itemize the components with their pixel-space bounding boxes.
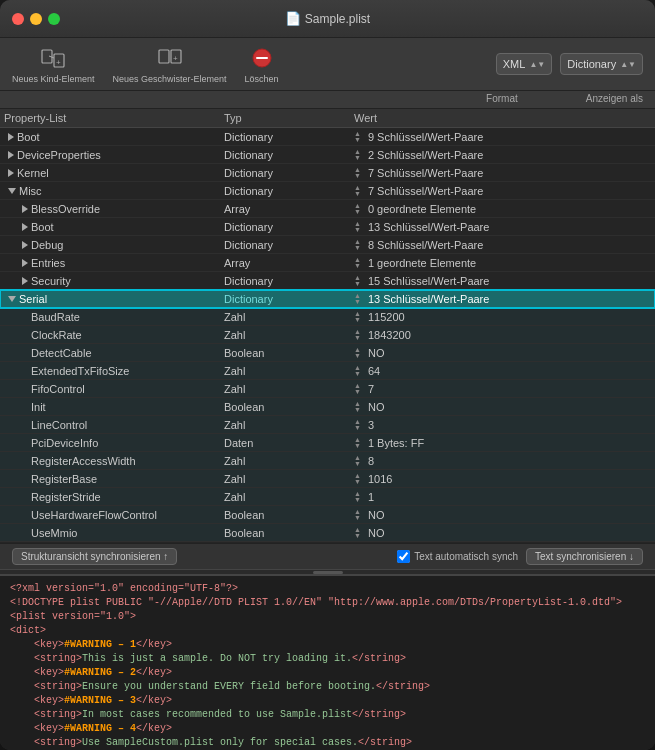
cell-value: ▲▼NO bbox=[350, 526, 655, 540]
expand-triangle[interactable] bbox=[22, 259, 28, 267]
property-name: FifoControl bbox=[31, 383, 85, 395]
value-stepper[interactable]: ▲▼ bbox=[354, 347, 361, 359]
value-stepper[interactable]: ▲▼ bbox=[354, 167, 361, 179]
table-row[interactable]: DetectCableBoolean▲▼NO bbox=[0, 344, 655, 362]
table-row[interactable]: UseMmioBoolean▲▼NO bbox=[0, 524, 655, 542]
table-row[interactable]: SerialDictionary▲▼13 Schlüssel/Wert-Paar… bbox=[0, 290, 655, 308]
value-stepper[interactable]: ▲▼ bbox=[354, 329, 361, 341]
table-row[interactable]: SecurityDictionary▲▼15 Schlüssel/Wert-Pa… bbox=[0, 272, 655, 290]
table-row[interactable]: RegisterBaseZahl▲▼1016 bbox=[0, 470, 655, 488]
value-stepper[interactable]: ▲▼ bbox=[354, 203, 361, 215]
sync-view-button[interactable]: Strukturansicht synchronisieren ↑ bbox=[12, 548, 177, 565]
value-stepper[interactable]: ▲▼ bbox=[354, 257, 361, 269]
table-row[interactable]: InitBoolean▲▼NO bbox=[0, 398, 655, 416]
minimize-button[interactable] bbox=[30, 13, 42, 25]
value-text: 13 Schlüssel/Wert-Paare bbox=[368, 293, 489, 305]
property-name: Misc bbox=[19, 185, 42, 197]
value-stepper[interactable]: ▲▼ bbox=[354, 455, 361, 467]
table-row[interactable]: ClockRateZahl▲▼1843200 bbox=[0, 326, 655, 344]
cell-value: ▲▼64 bbox=[350, 364, 655, 378]
table-row[interactable]: MiscDictionary▲▼7 Schlüssel/Wert-Paare bbox=[0, 182, 655, 200]
table-row[interactable]: ExtendedTxFifoSizeZahl▲▼64 bbox=[0, 362, 655, 380]
value-text: 13 Schlüssel/Wert-Paare bbox=[368, 221, 489, 233]
value-stepper[interactable]: ▲▼ bbox=[354, 401, 361, 413]
table-row[interactable]: DevicePropertiesDictionary▲▼2 Schlüssel/… bbox=[0, 146, 655, 164]
value-stepper[interactable]: ▲▼ bbox=[354, 293, 361, 305]
table-row[interactable]: RegisterStrideZahl▲▼1 bbox=[0, 488, 655, 506]
table-row[interactable]: LineControlZahl▲▼3 bbox=[0, 416, 655, 434]
property-name: PciDeviceInfo bbox=[31, 437, 98, 449]
table-row[interactable]: BlessOverrideArray▲▼0 geordnete Elemente bbox=[0, 200, 655, 218]
value-stepper[interactable]: ▲▼ bbox=[354, 437, 361, 449]
table-row[interactable]: BaudRateZahl▲▼115200 bbox=[0, 308, 655, 326]
display-select-arrow: ▲▼ bbox=[620, 60, 636, 69]
new-sibling-button[interactable]: + Neues Geschwister-Element bbox=[113, 44, 227, 84]
new-child-button[interactable]: + Neues Kind-Element bbox=[12, 44, 95, 84]
value-text: 1843200 bbox=[368, 329, 411, 341]
value-stepper[interactable]: ▲▼ bbox=[354, 185, 361, 197]
sync-text-button[interactable]: Text synchronisieren ↓ bbox=[526, 548, 643, 565]
cell-value: ▲▼0 geordnete Elemente bbox=[350, 202, 655, 216]
expand-triangle[interactable] bbox=[22, 277, 28, 285]
expand-triangle[interactable] bbox=[8, 296, 16, 302]
expand-triangle[interactable] bbox=[8, 151, 14, 159]
table-row[interactable]: EntriesArray▲▼1 geordnete Elemente bbox=[0, 254, 655, 272]
table-row[interactable]: FifoControlZahl▲▼7 bbox=[0, 380, 655, 398]
table-row[interactable]: UseHardwareFlowControlBoolean▲▼NO bbox=[0, 506, 655, 524]
value-stepper[interactable]: ▲▼ bbox=[354, 419, 361, 431]
cell-value: ▲▼15 Schlüssel/Wert-Paare bbox=[350, 274, 655, 288]
value-stepper[interactable]: ▲▼ bbox=[354, 365, 361, 377]
auto-sync-label[interactable]: Text automatisch synch bbox=[397, 550, 518, 563]
table-row[interactable]: BootDictionary▲▼13 Schlüssel/Wert-Paare bbox=[0, 218, 655, 236]
close-button[interactable] bbox=[12, 13, 24, 25]
table-row[interactable]: BootDictionary▲▼9 Schlüssel/Wert-Paare bbox=[0, 128, 655, 146]
value-stepper[interactable]: ▲▼ bbox=[354, 383, 361, 395]
value-stepper[interactable]: ▲▼ bbox=[354, 527, 361, 539]
expand-triangle[interactable] bbox=[22, 205, 28, 213]
expand-triangle[interactable] bbox=[22, 223, 28, 231]
value-stepper[interactable]: ▲▼ bbox=[354, 491, 361, 503]
expand-triangle[interactable] bbox=[8, 169, 14, 177]
table-area[interactable]: Property-List Typ Wert BootDictionary▲▼9… bbox=[0, 109, 655, 543]
cell-type: Dictionary bbox=[220, 184, 350, 198]
property-name: RegisterAccessWidth bbox=[31, 455, 136, 467]
property-name: Serial bbox=[19, 293, 47, 305]
cell-property: UseMmio bbox=[0, 526, 220, 540]
value-stepper[interactable]: ▲▼ bbox=[354, 239, 361, 251]
value-stepper[interactable]: ▲▼ bbox=[354, 131, 361, 143]
cell-type: Dictionary bbox=[220, 274, 350, 288]
cell-value: ▲▼7 Schlüssel/Wert-Paare bbox=[350, 166, 655, 180]
cell-property: Init bbox=[0, 400, 220, 414]
value-stepper[interactable]: ▲▼ bbox=[354, 509, 361, 521]
table-row[interactable]: DebugDictionary▲▼8 Schlüssel/Wert-Paare bbox=[0, 236, 655, 254]
cell-type: Zahl bbox=[220, 382, 350, 396]
value-text: 64 bbox=[368, 365, 380, 377]
table-row[interactable]: KernelDictionary▲▼7 Schlüssel/Wert-Paare bbox=[0, 164, 655, 182]
table-row[interactable]: PciDeviceInfoDaten▲▼1 Bytes: FF bbox=[0, 434, 655, 452]
col-header-property: Property-List bbox=[0, 111, 220, 125]
format-label: Format bbox=[486, 93, 518, 104]
xml-line: <!DOCTYPE plist PUBLIC "-//Apple//DTD PL… bbox=[10, 596, 645, 610]
cell-property: Misc bbox=[0, 184, 220, 198]
cell-property: ExtendedTxFifoSize bbox=[0, 364, 220, 378]
xml-editor[interactable]: <?xml version="1.0" encoding="UTF-8"?> <… bbox=[0, 575, 655, 750]
property-name: Kernel bbox=[17, 167, 49, 179]
expand-triangle[interactable] bbox=[8, 188, 16, 194]
format-select[interactable]: XML ▲▼ bbox=[496, 53, 552, 75]
xml-line: <key>#WARNING – 4</key> bbox=[10, 722, 645, 736]
expand-triangle[interactable] bbox=[22, 241, 28, 249]
display-select[interactable]: Dictionary ▲▼ bbox=[560, 53, 643, 75]
value-stepper[interactable]: ▲▼ bbox=[354, 149, 361, 161]
cell-type: Daten bbox=[220, 436, 350, 450]
auto-sync-checkbox[interactable] bbox=[397, 550, 410, 563]
expand-triangle[interactable] bbox=[8, 133, 14, 141]
toolbar: + Neues Kind-Element + Neues Geschwister… bbox=[0, 38, 655, 91]
value-stepper[interactable]: ▲▼ bbox=[354, 473, 361, 485]
value-stepper[interactable]: ▲▼ bbox=[354, 311, 361, 323]
value-stepper[interactable]: ▲▼ bbox=[354, 221, 361, 233]
cell-value: ▲▼115200 bbox=[350, 310, 655, 324]
maximize-button[interactable] bbox=[48, 13, 60, 25]
value-stepper[interactable]: ▲▼ bbox=[354, 275, 361, 287]
table-row[interactable]: RegisterAccessWidthZahl▲▼8 bbox=[0, 452, 655, 470]
delete-button[interactable]: Löschen bbox=[245, 44, 279, 84]
